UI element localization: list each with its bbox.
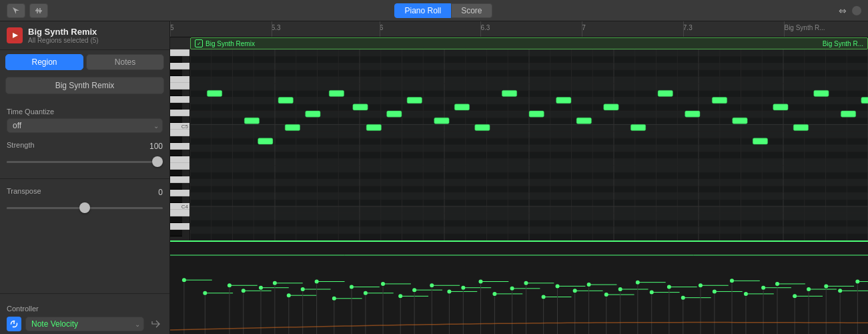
- track-subtitle: All Regions selected (5): [28, 37, 99, 44]
- strength-row: Strength 100: [7, 141, 163, 152]
- ruler-mark: Big Synth R...: [784, 24, 825, 31]
- region-checkbox: ✓: [195, 39, 203, 47]
- grid-area[interactable]: ✓ Big Synth Remix Big Synth R...: [190, 37, 868, 240]
- tab-region[interactable]: Region: [5, 54, 83, 70]
- track-icon: [7, 27, 23, 43]
- piano-key[interactable]: [170, 69, 182, 76]
- share-button[interactable]: [148, 317, 163, 331]
- piano-key[interactable]: [170, 223, 190, 230]
- piano-key[interactable]: [170, 190, 190, 196]
- ruler-line: [272, 21, 272, 37]
- transpose-thumb[interactable]: [79, 202, 90, 213]
- piano-key[interactable]: [170, 210, 190, 216]
- piano-key[interactable]: [170, 150, 182, 156]
- time-quantize-select-wrapper: off: [7, 118, 163, 133]
- strength-label: Strength: [7, 141, 35, 149]
- piano-key[interactable]: [170, 176, 190, 183]
- piano-key[interactable]: [170, 90, 182, 96]
- tab-piano-roll[interactable]: Piano Roll: [394, 3, 451, 18]
- piano-key[interactable]: [170, 49, 190, 56]
- piano-key[interactable]: [170, 136, 182, 143]
- tab-score[interactable]: Score: [451, 3, 492, 18]
- controller-select[interactable]: Note Velocity: [25, 317, 144, 331]
- region-header-label: Big Synth Remix: [205, 40, 255, 47]
- ruler-mark: 5.3: [272, 24, 281, 31]
- piano-key[interactable]: [170, 170, 182, 176]
- controller-area: [170, 240, 868, 334]
- controller-row: Note Velocity: [7, 317, 163, 331]
- sidebar-divider-2: [0, 293, 169, 294]
- notes-area: C5C4 ✓ Big Synth Remix Big Synth R...: [170, 37, 868, 240]
- track-header: Big Synth Remix All Regions selected (5): [0, 21, 169, 50]
- flex-tool-button[interactable]: [29, 3, 48, 18]
- transpose-row: Transpose 0: [7, 187, 163, 198]
- smart-tool-button[interactable]: [7, 3, 25, 18]
- timeline-ruler: 55.366.377.3Big Synth R...: [170, 21, 868, 37]
- transpose-track: [7, 207, 163, 209]
- controller-section: Controller Note Velocity: [0, 297, 169, 334]
- time-quantize-section: Time Quantize off: [0, 102, 169, 136]
- piano-key-label: C4: [181, 204, 188, 210]
- main-layout: Big Synth Remix All Regions selected (5)…: [0, 21, 868, 334]
- piano-key[interactable]: [170, 216, 182, 223]
- strength-section: Strength 100: [0, 136, 169, 176]
- piano-key[interactable]: [170, 83, 190, 90]
- strength-value: 100: [149, 142, 163, 151]
- piano-key[interactable]: [170, 103, 182, 110]
- track-info: Big Synth Remix All Regions selected (5): [28, 27, 99, 44]
- piano-key[interactable]: [170, 196, 182, 203]
- expand-icon[interactable]: ⇔: [839, 5, 847, 16]
- piano-key[interactable]: [170, 183, 182, 190]
- strength-track: [7, 161, 163, 163]
- toolbar: Piano Roll Score ⇔: [0, 0, 868, 21]
- strength-slider[interactable]: [7, 156, 163, 168]
- ruler-line: [480, 21, 481, 37]
- transpose-value: 0: [158, 188, 163, 197]
- sidebar-tabs: Region Notes: [5, 54, 164, 70]
- track-name: Big Synth Remix: [28, 27, 99, 37]
- time-quantize-label: Time Quantize: [7, 108, 163, 116]
- grid-canvas: [190, 49, 868, 240]
- region-name-button[interactable]: Big Synth Remix: [5, 77, 164, 94]
- strength-fill: [7, 161, 163, 163]
- piano-key[interactable]: [170, 56, 182, 63]
- piano-roll-container: 55.366.377.3Big Synth R... C5C4 ✓ Big Sy…: [170, 21, 868, 334]
- ruler-line: [683, 21, 684, 37]
- controller-label: Controller: [7, 305, 39, 313]
- transpose-label: Transpose: [7, 187, 41, 195]
- controller-select-wrapper: Note Velocity: [25, 317, 144, 331]
- ruler-line: [380, 21, 380, 37]
- region-header-label-right: Big Synth R...: [823, 40, 863, 47]
- toolbar-left: [7, 3, 48, 18]
- power-button[interactable]: [7, 317, 21, 331]
- transpose-slider[interactable]: [7, 202, 163, 214]
- region-header-bar: ✓ Big Synth Remix Big Synth R...: [190, 37, 868, 49]
- piano-key[interactable]: [170, 163, 190, 170]
- piano-key[interactable]: [170, 110, 190, 116]
- piano-key[interactable]: [170, 63, 190, 69]
- piano-key[interactable]: [170, 96, 190, 103]
- status-indicator: [852, 6, 861, 15]
- controller-canvas: [170, 242, 868, 334]
- piano-key[interactable]: [170, 230, 182, 236]
- toolbar-right: ⇔: [839, 5, 861, 16]
- ruler-mark: 6.3: [480, 24, 490, 31]
- piano-key[interactable]: [170, 156, 190, 163]
- transpose-section: Transpose 0: [0, 182, 169, 222]
- time-quantize-select[interactable]: off: [7, 118, 163, 133]
- sidebar: Big Synth Remix All Regions selected (5)…: [0, 21, 170, 334]
- toolbar-center: Piano Roll Score: [394, 3, 492, 18]
- piano-key[interactable]: [170, 76, 190, 83]
- piano-key-label: C5: [181, 124, 188, 130]
- ruler-line: [784, 21, 785, 37]
- sidebar-divider-1: [0, 178, 169, 179]
- transpose-fill: [7, 207, 85, 209]
- piano-key[interactable]: [170, 116, 182, 123]
- piano-key[interactable]: [170, 143, 190, 150]
- ruler-mark: 7.3: [683, 24, 693, 31]
- tab-notes[interactable]: Notes: [86, 54, 164, 70]
- strength-thumb[interactable]: [152, 156, 163, 167]
- piano-keyboard: C5C4: [170, 49, 190, 240]
- piano-key[interactable]: [170, 130, 190, 136]
- ruler-line: [170, 21, 171, 37]
